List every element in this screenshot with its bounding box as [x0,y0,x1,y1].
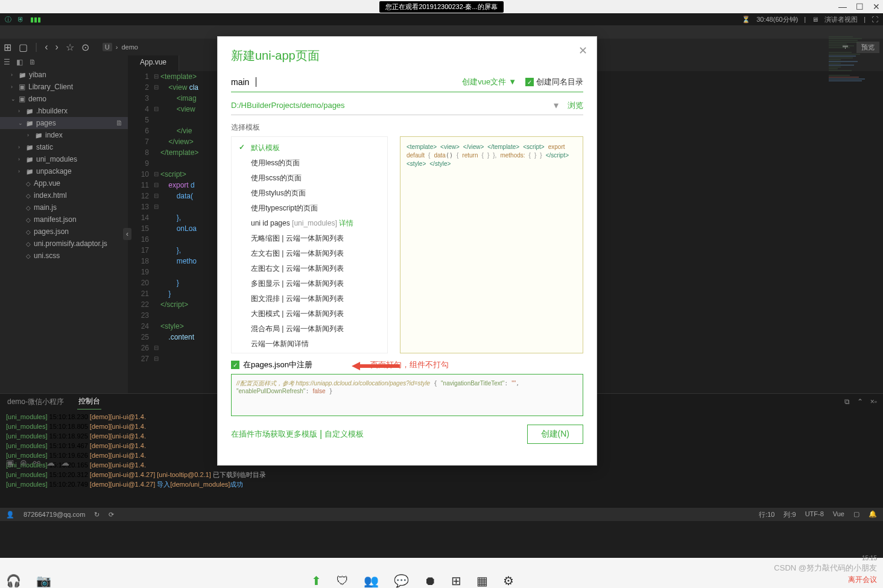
minimize-button[interactable]: — [838,2,847,11]
collapse-handle[interactable]: ‹ [123,228,131,240]
editor-tab[interactable]: App.vue [128,55,179,71]
tree-item-uni-scss[interactable]: uni.scss [0,250,128,262]
tree-item-Library_Client[interactable]: ›▣Library_Client [0,81,128,93]
template-item[interactable]: 使用less的页面 [232,156,387,171]
status-doc-icon[interactable]: ▢ [853,510,859,519]
tree-item-uni-promisify-adaptor-js[interactable]: uni.promisify.adaptor.js [0,238,128,250]
status-col[interactable]: 列:9 [783,510,796,519]
template-item[interactable]: 图文混排 | 云端一体新闻列表 [232,291,387,306]
path-dropdown-icon[interactable]: ▾ [554,100,559,111]
tree-item-pages[interactable]: ⌄pages🗎 [0,117,128,129]
back-icon[interactable]: ‹ [45,42,48,52]
presenter-view-button[interactable]: 演讲者视图 [824,15,858,24]
tree-item--hbuilderx[interactable]: ›.hbuilderx [0,105,128,117]
plugin-market-link[interactable]: 在插件市场获取更多模版 [231,429,317,440]
template-item[interactable]: 大图模式 | 云端一体新闻列表 [232,306,387,321]
file-nav-icon[interactable]: 🗎 [29,58,36,66]
template-item[interactable]: 云端一体商品列表 [232,352,387,353]
tree-item-main-js[interactable]: main.js [0,201,128,213]
template-item[interactable]: 使用typescript的页面 [232,201,387,216]
fullscreen-icon[interactable]: ⛶ [872,16,878,23]
template-item[interactable]: 默认模板 [232,141,387,156]
play-icon[interactable]: ⊙ [81,42,89,53]
file-icon[interactable]: ▢ [19,42,28,53]
terminal-icon[interactable]: ▣ [6,458,14,467]
template-list[interactable]: 默认模板使用less的页面使用scss的页面使用stylus的页面使用types… [231,136,388,353]
info-icon[interactable]: ⓘ [5,15,11,24]
browse-button[interactable]: 浏览 [568,100,583,111]
forward-icon[interactable]: › [55,42,58,52]
tree-item-index[interactable]: ›index [0,129,128,141]
dock-mic[interactable]: 🎧 [6,574,21,588]
hourglass-icon: ⏳ [742,16,750,24]
dock-record[interactable]: ⏺ [424,574,436,588]
tree-item-yiban[interactable]: ›yiban [0,69,128,81]
star-icon[interactable]: ☆ [66,42,74,53]
fold-column[interactable]: ⊟ ⊟ ⊟ ⊟ ⊟ ⊟ ⊟ ⊟ ⊟ [152,71,160,393]
status-bell-icon[interactable]: 🔔 [869,510,877,519]
tree-item-App-vue[interactable]: App.vue [0,177,128,189]
status-encoding[interactable]: UTF-8 [805,510,824,519]
bottom-left-icons: ▣ ⊛ ⚯ ☁ ☁ [3,455,72,470]
status-line[interactable]: 行:10 [759,510,774,519]
status-lang[interactable]: Vue [833,510,844,519]
terminal-tab-console[interactable]: 控制台 [77,394,101,409]
term-popout-icon[interactable]: ⧉ [844,397,850,406]
terminal-tab-demo[interactable]: demo-微信小程序 [6,394,65,409]
nav-icon[interactable]: ◧ [16,58,23,66]
sync-icon[interactable]: ↻ [94,511,100,519]
debug-icon[interactable]: ⊛ [20,458,27,467]
tree-item-pages-json[interactable]: pages.json [0,226,128,238]
monitor-icon[interactable]: 🖥 [812,16,818,23]
leave-meeting-button[interactable]: 离开会议 [848,575,877,585]
template-item[interactable]: 无略缩图 | 云端一体新闻列表 [232,231,387,246]
template-item[interactable]: 云端一体新闻详情 [232,337,387,352]
custom-template-link[interactable]: 自定义模板 [324,429,364,440]
term-up-icon[interactable]: ⌃ [857,397,863,406]
cloud-icon[interactable]: ☁ [61,458,69,467]
dock-camera[interactable]: 📷 [36,574,51,588]
template-item[interactable]: 使用scss的页面 [232,171,387,186]
dialog-footer: 在插件市场获取更多模版 | 自定义模板 创建(N) [231,425,583,444]
file-type-dropdown[interactable]: 创建vue文件▼ [462,77,516,87]
account-icon[interactable]: 👤 [6,511,14,519]
shield-icon[interactable]: ⛨ [17,16,24,23]
create-button[interactable]: 创建(N) [527,425,583,444]
git-icon[interactable]: ☁ [46,458,55,467]
filename-input[interactable] [231,75,255,89]
tree-item-uni_modules[interactable]: ›uni_modules [0,153,128,165]
tree-item-index-html[interactable]: index.html [0,189,128,201]
file-tree[interactable]: ›yiban›▣Library_Client⌄▣demo›.hbuilderx⌄… [0,69,128,262]
template-item[interactable]: 左文右图 | 云端一体新闻列表 [232,246,387,261]
template-item[interactable]: uni id pages [uni_modules] 详情 [232,216,387,231]
dock-chat[interactable]: 💬 [394,574,409,588]
sync-icon2[interactable]: ⟳ [109,511,114,519]
template-item[interactable]: 使用stylus的页面 [232,186,387,201]
template-item[interactable]: 多图显示 | 云端一体新闻列表 [232,276,387,291]
close-button[interactable]: ✕ [873,2,880,11]
dock-more[interactable]: ▦ [476,574,488,588]
template-item[interactable]: 左图右文 | 云端一体新闻列表 [232,261,387,276]
dialog-title: 新建uni-app页面 [231,48,583,64]
tree-item-demo[interactable]: ⌄▣demo [0,93,128,105]
dock-security[interactable]: 🛡 [337,574,349,588]
tree-item-manifest-json[interactable]: manifest.json [0,213,128,226]
dock-invite[interactable]: 👥 [364,574,379,588]
account-text[interactable]: 872664719@qq.com [24,511,85,518]
collapse-icon[interactable]: ☰ [4,58,10,66]
template-item[interactable]: 混合布局 | 云端一体新闻列表 [232,321,387,337]
branch-icon[interactable]: ⚯ [33,458,40,467]
dialog-close-button[interactable]: ✕ [578,44,587,57]
dock-share[interactable]: ⬆ [311,574,321,588]
register-checkbox[interactable]: ✓ [231,361,239,369]
same-dir-checkbox[interactable]: ✓ 创建同名目录 [525,77,583,87]
minimap[interactable] [829,36,883,217]
new-tab-icon[interactable]: ⊞ [4,42,11,53]
maximize-button[interactable]: ☐ [856,2,864,11]
tree-item-unpackage[interactable]: ›unpackage [0,165,128,177]
tree-item-static[interactable]: ›static [0,141,128,153]
term-close-icon[interactable]: ×▫ [870,397,877,406]
dock-settings[interactable]: ⚙ [503,574,514,588]
breadcrumb-project[interactable]: demo [121,43,138,51]
dock-apps[interactable]: ⊞ [451,574,461,588]
